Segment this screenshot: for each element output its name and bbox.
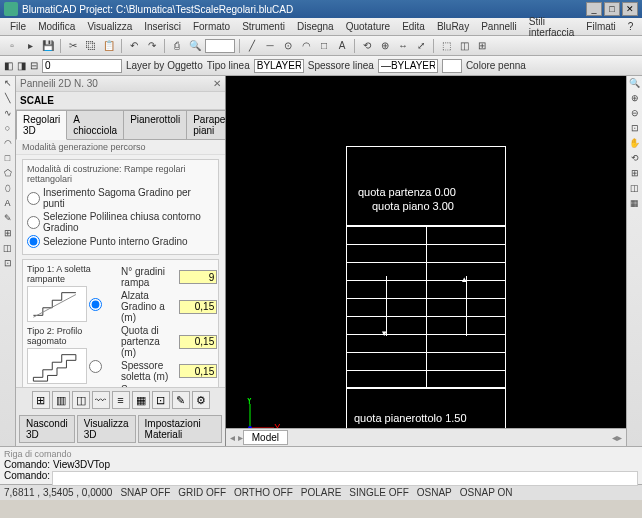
tool-icon[interactable]: ⊕ [377, 38, 393, 54]
tool-icon[interactable]: 🔍 [628, 78, 642, 92]
tool-icon[interactable]: ◫ [628, 183, 642, 197]
color-input[interactable] [442, 59, 462, 73]
tool-icon[interactable]: ◠ [298, 38, 314, 54]
menu-item[interactable]: Visualizza [81, 19, 138, 34]
tool-icon[interactable]: ⊞ [628, 168, 642, 182]
tool-icon[interactable]: □ [316, 38, 332, 54]
tool-icon[interactable]: ◫ [1, 243, 15, 257]
radio-polilinea[interactable] [27, 216, 40, 229]
menu-item[interactable]: Filmati [580, 19, 621, 34]
tool-icon[interactable]: ⬯ [1, 183, 15, 197]
tool-icon[interactable]: ▦ [628, 198, 642, 212]
view-icon[interactable]: ◫ [72, 391, 90, 409]
btab-materiali[interactable]: Impostazioni Materiali [138, 415, 222, 443]
view-icon[interactable]: ✎ [172, 391, 190, 409]
tool-icon[interactable]: ⟲ [359, 38, 375, 54]
tool-icon[interactable]: ↖ [1, 78, 15, 92]
status-item[interactable]: SNAP OFF [120, 487, 170, 498]
view-icon[interactable]: 〰 [92, 391, 110, 409]
open-icon[interactable]: ▸ [22, 38, 38, 54]
tool-icon[interactable]: ╱ [244, 38, 260, 54]
tool-icon[interactable]: ✎ [1, 213, 15, 227]
close-button[interactable]: ✕ [622, 2, 638, 16]
tool-icon[interactable]: ⊖ [628, 108, 642, 122]
tool-icon[interactable]: ◠ [1, 138, 15, 152]
model-tab[interactable]: Model [243, 430, 288, 445]
menu-item[interactable]: File [4, 19, 32, 34]
tool-icon[interactable]: ↔ [395, 38, 411, 54]
menu-item[interactable]: Stili interfaccia [523, 14, 581, 40]
menu-item[interactable]: BluRay [431, 19, 475, 34]
tool-icon[interactable]: □ [1, 153, 15, 167]
tool-icon[interactable]: ╲ [1, 93, 15, 107]
menu-item[interactable]: Inserisci [138, 19, 187, 34]
tool-icon[interactable]: ○ [1, 123, 15, 137]
status-item[interactable]: GRID OFF [178, 487, 226, 498]
tool-icon[interactable]: ⬠ [1, 168, 15, 182]
tab-pianerottoli[interactable]: Pianerottoli [123, 110, 187, 139]
command-input[interactable] [52, 471, 638, 486]
tool-icon[interactable]: ⊕ [628, 93, 642, 107]
menu-item[interactable]: Pannelli [475, 19, 523, 34]
tool-icon[interactable]: A [1, 198, 15, 212]
status-item[interactable]: OSNAP ON [460, 487, 513, 498]
cut-icon[interactable]: ✂ [65, 38, 81, 54]
tool-icon[interactable]: ⊞ [474, 38, 490, 54]
view-icon[interactable]: ⊡ [152, 391, 170, 409]
tab-chiocciola[interactable]: A chiocciola [66, 110, 124, 139]
menu-item[interactable]: Edita [396, 19, 431, 34]
layer-icon[interactable]: ⊟ [30, 60, 38, 71]
viewport[interactable]: quota partenza 0.00 quota piano 3.00 ▾ ▴… [226, 76, 626, 446]
tool-icon[interactable]: ⊡ [628, 123, 642, 137]
layer-select[interactable] [42, 59, 122, 73]
menu-item[interactable]: Disegna [291, 19, 340, 34]
tool-icon[interactable]: ⬚ [438, 38, 454, 54]
paste-icon[interactable]: 📋 [101, 38, 117, 54]
radio-sagoma[interactable] [27, 192, 40, 205]
menu-item[interactable]: Modifica [32, 19, 81, 34]
radio-punto[interactable] [27, 235, 40, 248]
btab-visualizza[interactable]: Visualizza 3D [77, 415, 136, 443]
maximize-button[interactable]: □ [604, 2, 620, 16]
gradini-input[interactable] [179, 270, 217, 284]
status-item[interactable]: SINGLE OFF [349, 487, 408, 498]
tool-icon[interactable]: ⊙ [280, 38, 296, 54]
radio-tipo2[interactable] [89, 360, 102, 373]
copy-icon[interactable]: ⿻ [83, 38, 99, 54]
tool-icon[interactable]: ─ [262, 38, 278, 54]
radio-tipo1[interactable] [89, 298, 102, 311]
status-item[interactable]: POLARE [301, 487, 342, 498]
minimize-button[interactable]: _ [586, 2, 602, 16]
redo-icon[interactable]: ↷ [144, 38, 160, 54]
view-icon[interactable]: ▥ [52, 391, 70, 409]
tab-parapetti[interactable]: Parapetti piani [186, 110, 226, 139]
lineweight-select[interactable] [378, 59, 438, 73]
quota-input[interactable] [179, 335, 217, 349]
zoom-input[interactable] [205, 39, 235, 53]
undo-icon[interactable]: ↶ [126, 38, 142, 54]
view-icon[interactable]: ▦ [132, 391, 150, 409]
menu-item[interactable]: ? [622, 19, 640, 34]
tool-icon[interactable]: ✋ [628, 138, 642, 152]
scroll-right-icon[interactable]: ▸ [617, 432, 622, 443]
view-icon[interactable]: ⚙ [192, 391, 210, 409]
menu-item[interactable]: Strumenti [236, 19, 291, 34]
tool-icon[interactable]: ⟲ [628, 153, 642, 167]
tab-regolari[interactable]: Regolari 3D [16, 110, 67, 140]
zoom-icon[interactable]: 🔍 [187, 38, 203, 54]
menu-item[interactable]: Formato [187, 19, 236, 34]
linetype-select[interactable] [254, 59, 304, 73]
menu-item[interactable]: Quotature [340, 19, 396, 34]
status-item[interactable]: OSNAP [417, 487, 452, 498]
new-icon[interactable]: ▫ [4, 38, 20, 54]
status-item[interactable]: ORTHO OFF [234, 487, 293, 498]
panel-close-icon[interactable]: ✕ [213, 78, 221, 89]
print-icon[interactable]: ⎙ [169, 38, 185, 54]
layer-icon[interactable]: ◧ [4, 60, 13, 71]
save-icon[interactable]: 💾 [40, 38, 56, 54]
soletta-input[interactable] [179, 364, 217, 378]
alzata-input[interactable] [179, 300, 217, 314]
tool-icon[interactable]: A [334, 38, 350, 54]
btab-nascondi[interactable]: Nascondi 3D [19, 415, 75, 443]
tool-icon[interactable]: ◫ [456, 38, 472, 54]
